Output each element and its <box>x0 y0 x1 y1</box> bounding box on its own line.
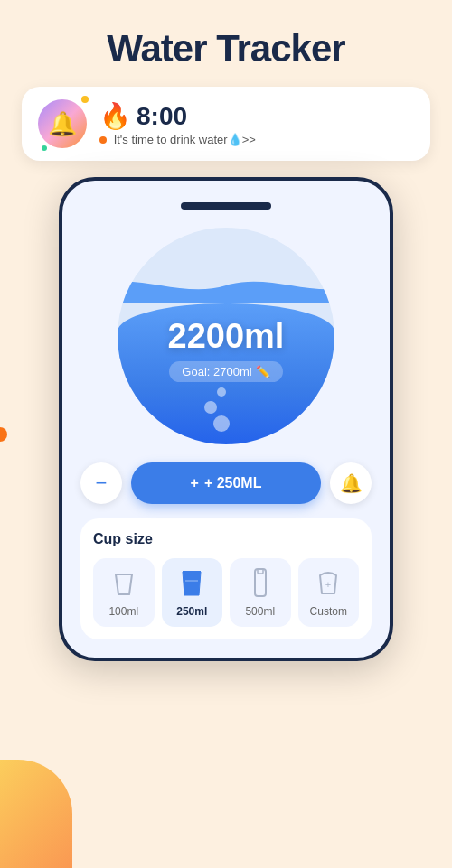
edit-icon: ✏️ <box>256 365 270 378</box>
cup-label-100ml: 100ml <box>108 605 138 618</box>
deco-orange-dot <box>0 427 7 442</box>
plus-icon: + <box>191 475 199 491</box>
bell-icon: 🔔 <box>340 472 363 494</box>
minus-button[interactable]: − <box>80 462 122 504</box>
notification-text: 🔥 8:00 It's time to drink water💧>> <box>99 101 414 146</box>
notif-dot <box>99 136 107 144</box>
cup-icon-custom: + <box>312 567 344 600</box>
phone-mockup: 2200ml Goal: 2700ml ✏️ − + + 250ML 🔔 Cup… <box>59 177 393 661</box>
app-title: Water Tracker <box>0 0 452 70</box>
deco-blob <box>0 760 72 868</box>
controls-row: − + + 250ML 🔔 <box>80 462 372 504</box>
water-amount: 2200ml <box>168 317 285 356</box>
notification-desc: It's time to drink water💧>> <box>99 133 414 146</box>
bell-button[interactable]: 🔔 <box>330 462 372 504</box>
water-wave <box>118 267 334 303</box>
notification-card[interactable]: 🔔 🔥 8:00 It's time to drink water💧>> <box>22 87 430 161</box>
cup-option-100ml[interactable]: 100ml <box>93 558 155 627</box>
add-water-button[interactable]: + + 250ML <box>131 462 321 504</box>
notification-avatar: 🔔 <box>38 99 87 148</box>
cup-icon-250ml <box>175 567 208 600</box>
cup-option-custom[interactable]: + Custom <box>298 558 360 627</box>
cup-option-500ml[interactable]: 500ml <box>230 558 291 627</box>
add-label: + 250ML <box>204 475 262 491</box>
cup-label-250ml: 250ml <box>176 605 207 618</box>
notif-time-icon: 🔥 <box>99 101 131 131</box>
cup-size-section: Cup size 100ml <box>80 518 372 639</box>
cup-label-custom: Custom <box>310 605 347 618</box>
water-circle[interactable]: 2200ml Goal: 2700ml ✏️ <box>118 228 334 444</box>
phone-notch <box>181 202 271 210</box>
cup-option-250ml[interactable]: 250ml <box>162 558 223 627</box>
svg-text:+: + <box>325 579 331 590</box>
cup-icon-500ml <box>244 567 277 600</box>
notification-time: 🔥 8:00 <box>99 101 414 131</box>
cup-options-grid: 100ml 250ml <box>93 558 359 627</box>
cup-label-500ml: 500ml <box>245 605 275 618</box>
water-goal: Goal: 2700ml ✏️ <box>169 361 282 382</box>
svg-rect-1 <box>258 569 263 574</box>
cup-section-title: Cup size <box>93 531 359 547</box>
cup-icon-100ml <box>108 567 140 600</box>
bubble-3 <box>213 415 230 432</box>
